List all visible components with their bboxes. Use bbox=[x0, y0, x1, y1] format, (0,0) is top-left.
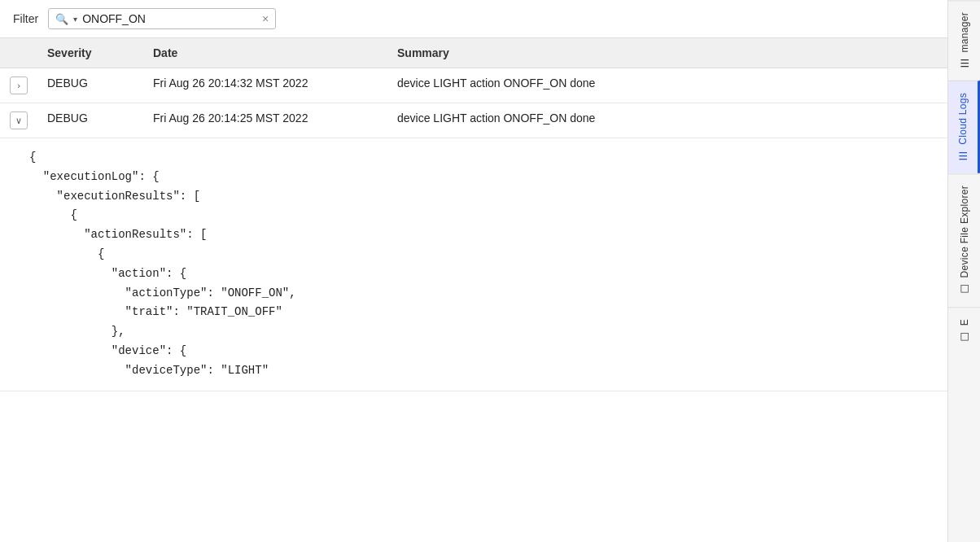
summary-col-header: Summary bbox=[387, 38, 947, 68]
manager-icon: ☰ bbox=[958, 57, 970, 69]
expand-cell: › bbox=[0, 68, 37, 103]
sidebar-tab-manager[interactable]: ☰ manager bbox=[948, 0, 980, 81]
table-row: ∨ DEBUG Fri Aug 26 20:14:25 MST 2022 dev… bbox=[0, 103, 947, 138]
severity-cell: DEBUG bbox=[37, 68, 143, 103]
json-expanded-cell: { "executionLog": { "executionResults": … bbox=[0, 138, 947, 391]
filter-bar: Filter 🔍 ▾ × bbox=[0, 0, 947, 38]
expand-col-header bbox=[0, 38, 37, 68]
table-header-row: Severity Date Summary bbox=[0, 38, 947, 68]
filter-clear-icon[interactable]: × bbox=[262, 13, 269, 24]
date-cell: Fri Aug 26 20:14:32 MST 2022 bbox=[143, 68, 387, 103]
sidebar-tab-other[interactable]: ☐ E bbox=[948, 307, 980, 354]
sidebar-tab-manager-label: manager bbox=[959, 12, 970, 52]
sidebar-tab-device-file-explorer[interactable]: ☐ Device File Explorer bbox=[948, 173, 980, 306]
filter-input-wrapper: 🔍 ▾ × bbox=[48, 8, 276, 29]
sidebar-tab-other-label: E bbox=[959, 319, 970, 326]
table-row: › DEBUG Fri Aug 26 20:14:32 MST 2022 dev… bbox=[0, 68, 947, 103]
device-file-explorer-icon: ☐ bbox=[958, 283, 970, 295]
right-sidebar: ☰ manager ☰ Cloud Logs ☐ Device File Exp… bbox=[947, 0, 980, 542]
expand-button[interactable]: › bbox=[10, 76, 28, 94]
main-content: Filter 🔍 ▾ × Severity Date Summary bbox=[0, 0, 947, 542]
cloud-logs-icon: ☰ bbox=[957, 150, 969, 162]
expand-cell: ∨ bbox=[0, 103, 37, 138]
search-icon: 🔍 bbox=[55, 13, 68, 25]
other-icon: ☐ bbox=[958, 330, 970, 343]
sidebar-tab-cloud-logs-label: Cloud Logs bbox=[957, 93, 969, 145]
json-expanded-row: { "executionLog": { "executionResults": … bbox=[0, 138, 947, 391]
date-cell: Fri Aug 26 20:14:25 MST 2022 bbox=[143, 103, 387, 138]
collapse-button[interactable]: ∨ bbox=[10, 111, 28, 129]
json-content: { "executionLog": { "executionResults": … bbox=[0, 138, 947, 391]
filter-input[interactable] bbox=[82, 12, 257, 25]
log-table: Severity Date Summary › DEBUG Fri Aug 26… bbox=[0, 38, 947, 391]
filter-dropdown-icon[interactable]: ▾ bbox=[73, 15, 77, 24]
severity-col-header: Severity bbox=[37, 38, 143, 68]
filter-label: Filter bbox=[13, 12, 38, 25]
log-table-wrapper: Severity Date Summary › DEBUG Fri Aug 26… bbox=[0, 38, 947, 542]
date-col-header: Date bbox=[143, 38, 387, 68]
summary-cell: device LIGHT action ONOFF_ON done bbox=[387, 103, 947, 138]
sidebar-tab-device-file-explorer-label: Device File Explorer bbox=[959, 186, 970, 278]
summary-cell: device LIGHT action ONOFF_ON done bbox=[387, 68, 947, 103]
severity-cell: DEBUG bbox=[37, 103, 143, 138]
sidebar-tab-cloud-logs[interactable]: ☰ Cloud Logs bbox=[948, 81, 980, 173]
